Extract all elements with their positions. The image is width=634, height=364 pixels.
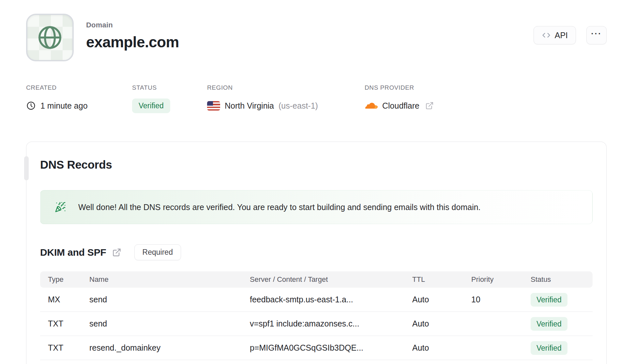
record-type: TXT — [48, 319, 89, 328]
col-name: Name — [89, 275, 250, 284]
status-label: STATUS — [132, 84, 207, 91]
api-button-label: API — [555, 31, 568, 40]
globe-icon — [36, 24, 64, 51]
record-status-cell: Verified — [531, 295, 593, 304]
code-icon — [542, 31, 551, 40]
record-content: v=spf1 include:amazonses.c... — [250, 319, 412, 328]
status-badge: Verified — [132, 99, 170, 113]
created-label: CREATED — [26, 84, 132, 91]
ellipsis-icon: ··· — [591, 30, 602, 41]
dns-provider-value: Cloudflare — [382, 101, 419, 111]
dns-provider-value-row: Cloudflare — [365, 99, 434, 113]
col-priority: Priority — [471, 275, 531, 284]
page-header: Domain example.com API ··· — [26, 14, 607, 61]
table-header-row: Type Name Server / Content / Target TTL … — [40, 271, 593, 288]
verified-badge: Verified — [531, 293, 567, 307]
meta-status: STATUS Verified — [132, 84, 207, 113]
required-badge: Required — [134, 244, 181, 260]
page-title: example.com — [86, 33, 179, 51]
col-status: Status — [531, 275, 593, 284]
record-status-cell: Verified — [531, 343, 593, 353]
us-flag-icon — [207, 101, 220, 111]
cloudflare-icon — [365, 101, 378, 110]
col-content: Server / Content / Target — [250, 275, 412, 284]
card-notch — [24, 156, 29, 180]
record-ttl: Auto — [412, 295, 471, 304]
record-status-cell: Verified — [531, 319, 593, 328]
dkim-external-link-icon[interactable] — [112, 248, 121, 257]
success-banner: Well done! All the DNS records are verif… — [40, 190, 593, 224]
success-banner-message: Well done! All the DNS records are verif… — [78, 203, 481, 212]
status-value-row: Verified — [132, 99, 207, 113]
title-block: Domain example.com — [86, 14, 179, 51]
header-actions: API ··· — [534, 14, 607, 44]
dkim-spf-section-header: DKIM and SPF Required — [40, 244, 593, 260]
col-ttl: TTL — [412, 275, 471, 284]
created-value-row: 1 minute ago — [26, 99, 132, 113]
region-value: North Virginia — [225, 101, 274, 111]
external-link-icon[interactable] — [425, 101, 434, 110]
table-row: MX send feedback-smtp.us-east-1.a... Aut… — [40, 288, 593, 312]
record-content: p=MIGfMA0GCSqGSIb3DQE... — [250, 343, 412, 353]
page-eyebrow: Domain — [86, 21, 179, 29]
domain-detail-page: Domain example.com API ··· CREATED — [0, 0, 634, 364]
meta-region: REGION North Virginia (us-east-1) — [207, 84, 365, 113]
domain-avatar — [26, 14, 74, 61]
more-options-button[interactable]: ··· — [586, 26, 607, 44]
dns-records-table: Type Name Server / Content / Target TTL … — [40, 271, 593, 360]
record-priority: 10 — [471, 295, 531, 304]
record-type: TXT — [48, 343, 89, 353]
dns-records-card: DNS Records Well done! All the DNS recor… — [26, 142, 607, 364]
region-value-row: North Virginia (us-east-1) — [207, 99, 365, 113]
meta-created: CREATED 1 minute ago — [26, 84, 132, 113]
record-name: resend._domainkey — [89, 343, 250, 353]
meta-dns-provider: DNS PROVIDER Cloudflare — [365, 84, 434, 113]
region-label: REGION — [207, 84, 365, 91]
record-type: MX — [48, 295, 89, 304]
col-type: Type — [48, 275, 89, 284]
table-row: TXT resend._domainkey p=MIGfMA0GCSqGSIb3… — [40, 336, 593, 360]
verified-badge: Verified — [531, 341, 567, 355]
record-name: send — [89, 295, 250, 304]
verified-badge: Verified — [531, 317, 567, 331]
clock-icon — [26, 101, 36, 111]
dkim-spf-title: DKIM and SPF — [40, 247, 106, 258]
record-ttl: Auto — [412, 343, 471, 353]
domain-meta-row: CREATED 1 minute ago STATUS Verified REG… — [26, 84, 607, 113]
record-ttl: Auto — [412, 319, 471, 328]
dns-records-title: DNS Records — [40, 158, 593, 171]
region-code: (us-east-1) — [279, 101, 318, 111]
api-button[interactable]: API — [534, 26, 576, 44]
party-popper-icon — [55, 202, 66, 213]
table-row: TXT send v=spf1 include:amazonses.c... A… — [40, 312, 593, 336]
record-name: send — [89, 319, 250, 328]
record-content: feedback-smtp.us-east-1.a... — [250, 295, 412, 304]
created-value: 1 minute ago — [40, 101, 88, 111]
dns-provider-label: DNS PROVIDER — [365, 84, 434, 91]
